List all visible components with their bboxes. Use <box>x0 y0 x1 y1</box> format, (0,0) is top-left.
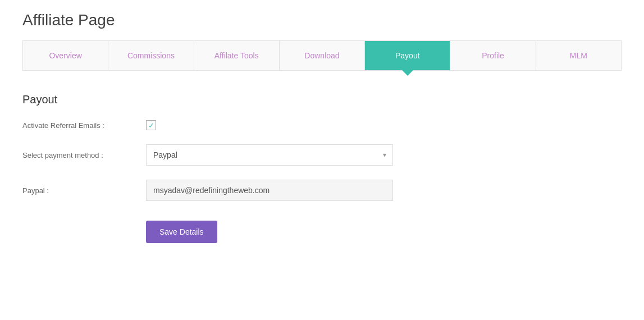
tab-profile[interactable]: Profile <box>450 41 536 70</box>
tab-download[interactable]: Download <box>280 41 365 70</box>
paypal-label: Paypal : <box>22 186 146 195</box>
payout-section: Payout Activate Referral Emails : ✓ Sele… <box>22 88 622 263</box>
tab-affiliate-tools[interactable]: Affilate Tools <box>194 41 280 70</box>
save-row: Save Details <box>22 215 622 243</box>
payout-section-title: Payout <box>22 93 622 106</box>
tab-mlm[interactable]: MLM <box>536 41 621 70</box>
tabs-nav: Overview Commissions Affilate Tools Down… <box>22 40 622 71</box>
page-title: Affiliate Page <box>22 11 622 29</box>
tab-overview[interactable]: Overview <box>23 41 108 70</box>
checkmark-icon: ✓ <box>148 122 154 129</box>
tab-commissions[interactable]: Commissions <box>108 41 194 70</box>
payment-method-select-wrapper: Paypal Bank Transfer Stripe ▾ <box>146 144 393 166</box>
paypal-email-control <box>146 180 393 201</box>
activate-referral-label: Activate Referral Emails : <box>22 121 146 130</box>
payment-method-label: Select payment method : <box>22 151 146 159</box>
activate-referral-row: Activate Referral Emails : ✓ <box>22 120 622 130</box>
save-details-button[interactable]: Save Details <box>146 221 217 243</box>
page-container: Affiliate Page Overview Commissions Affi… <box>0 0 644 274</box>
activate-referral-checkbox[interactable]: ✓ <box>146 120 156 130</box>
paypal-email-input[interactable] <box>146 180 393 201</box>
activate-referral-control: ✓ <box>146 120 393 130</box>
payment-method-row: Select payment method : Paypal Bank Tran… <box>22 144 622 166</box>
paypal-email-row: Paypal : <box>22 180 622 201</box>
tab-payout[interactable]: Payout <box>365 41 450 70</box>
payment-method-select[interactable]: Paypal Bank Transfer Stripe <box>146 144 393 166</box>
payment-method-control: Paypal Bank Transfer Stripe ▾ <box>146 144 393 166</box>
